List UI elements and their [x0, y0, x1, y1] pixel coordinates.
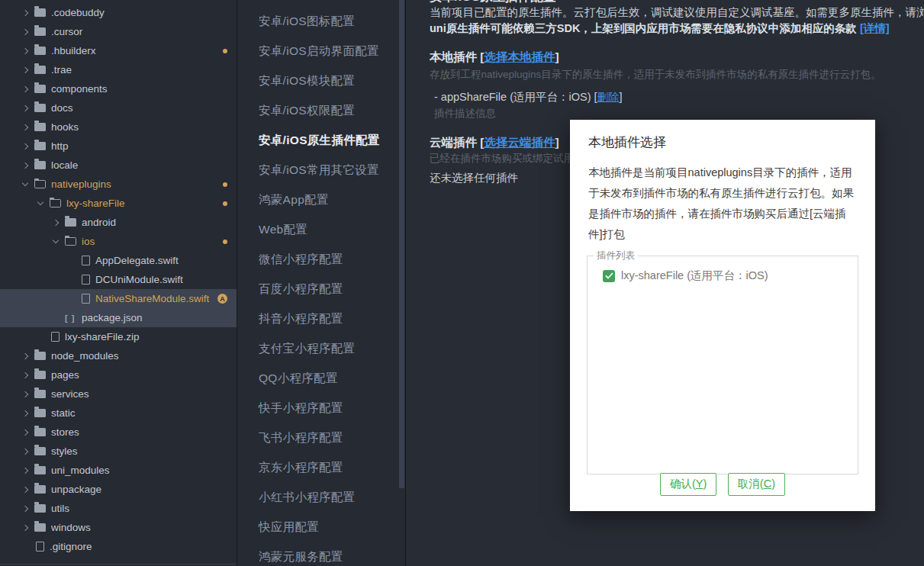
tree-row-lxy-sharefile[interactable]: lxy-shareFile [0, 194, 237, 213]
chevron-right-icon[interactable] [21, 487, 34, 492]
tree-row--cursor[interactable]: .cursor [0, 22, 237, 41]
menu-item[interactable]: 安卓/iOS图标配置 [237, 6, 405, 36]
menu-item[interactable]: 支付宝小程序配置 [237, 333, 405, 363]
menu-item[interactable]: 京东小程序配置 [237, 452, 405, 482]
chevron-right-icon[interactable] [21, 373, 34, 378]
tree-bottom-divider [0, 564, 237, 564]
menu-item[interactable]: 安卓/iOS启动界面配置 [237, 36, 405, 66]
tree-row-utils[interactable]: utils [0, 499, 237, 518]
select-cloud-plugin-link[interactable]: 选择云端插件 [484, 136, 555, 149]
menu-item[interactable]: QQ小程序配置 [237, 363, 405, 393]
plugin-checkbox-row[interactable]: lxy-shareFile (适用平台：iOS) [603, 269, 858, 283]
chevron-right-icon[interactable] [21, 468, 34, 473]
tree-row-appdelegate-swift[interactable]: AppDelegate.swift [0, 251, 237, 270]
tree-row--gitignore[interactable]: .gitignore [0, 537, 237, 556]
menu-item[interactable]: 安卓/iOS权限配置 [237, 95, 405, 125]
changed-dot-icon [223, 49, 227, 53]
tree-item-label: android [82, 217, 116, 228]
tree-item-label: package.json [82, 312, 143, 323]
json-file-icon: [ ] [65, 312, 76, 323]
chevron-right-icon[interactable] [21, 449, 34, 454]
chevron-right-icon[interactable] [21, 526, 34, 530]
tree-item-label: styles [51, 445, 78, 457]
manifest-section-menu: 安卓/iOS图标配置安卓/iOS启动界面配置安卓/iOS模块配置安卓/iOS权限… [237, 0, 406, 566]
file-icon [80, 275, 90, 285]
folder-icon [34, 390, 46, 398]
chevron-right-icon[interactable] [21, 49, 34, 53]
details-link[interactable]: [详情] [860, 22, 890, 34]
tree-row--trae[interactable]: .trae [0, 60, 237, 79]
chevron-right-icon[interactable] [21, 163, 34, 168]
chevron-right-icon[interactable] [21, 106, 34, 111]
menu-item[interactable]: Web配置 [237, 214, 405, 244]
tree-row--hbuilderx[interactable]: .hbuilderx [0, 41, 237, 60]
menu-item[interactable]: 百度小程序配置 [237, 274, 405, 304]
tree-row-lxy-sharefile-zip[interactable]: lxy-shareFile.zip [0, 327, 237, 346]
confirm-button[interactable]: 确认(Y) [660, 473, 716, 496]
tree-row-ios[interactable]: ios [0, 232, 237, 251]
tree-row-static[interactable]: static [0, 404, 237, 423]
chevron-right-icon[interactable] [21, 30, 34, 34]
menu-item[interactable]: 安卓/iOS常用其它设置 [237, 155, 405, 185]
tree-row-stores[interactable]: stores [0, 423, 237, 442]
chevron-down-icon[interactable] [52, 240, 65, 243]
chevron-down-icon[interactable] [21, 183, 34, 185]
menu-item-active[interactable]: 安卓/iOS原生插件配置 [237, 125, 405, 155]
chevron-right-icon[interactable] [21, 411, 34, 416]
tree-item-label: components [51, 83, 108, 95]
chevron-right-icon[interactable] [21, 354, 34, 359]
chevron-right-icon[interactable] [52, 220, 65, 225]
folder-icon [34, 504, 46, 513]
file-icon [50, 332, 60, 342]
tree-row-docs[interactable]: docs [0, 98, 237, 117]
tree-row-services[interactable]: services [0, 384, 237, 404]
tree-row-uni-modules[interactable]: uni_modules [0, 461, 237, 480]
menu-item[interactable]: 安卓/iOS模块配置 [237, 66, 405, 95]
tree-row-nativesharemodule-swift[interactable]: NativeShareModule.swiftA [0, 289, 237, 308]
tree-row--codebuddy[interactable]: .codebuddy [0, 3, 237, 22]
folder-icon [34, 161, 46, 169]
tree-row-package-json[interactable]: [ ]package.json [0, 308, 237, 327]
tree-row-locale[interactable]: locale [0, 156, 237, 175]
tree-row-components[interactable]: components [0, 79, 237, 98]
chevron-right-icon[interactable] [21, 68, 34, 72]
folder-icon [34, 85, 46, 93]
tree-row-http[interactable]: http [0, 137, 237, 156]
tree-row-android[interactable]: android [0, 213, 237, 232]
chevron-right-icon[interactable] [21, 392, 34, 397]
tree-row-node-modules[interactable]: node_modules [0, 346, 237, 365]
chevron-right-icon[interactable] [21, 125, 34, 130]
intro-line-2: uni原生插件可能依赖三方SDK，上架到国内应用市场需要在隐私协议中添加相应的条… [430, 21, 924, 37]
cancel-button[interactable]: 取消(C) [728, 473, 785, 496]
menu-item[interactable]: 快应用配置 [237, 512, 405, 542]
chevron-right-icon[interactable] [21, 507, 34, 511]
menu-item[interactable]: 小红书小程序配置 [237, 482, 405, 512]
menu-scrollbar-thumb[interactable] [399, 0, 404, 488]
tree-row-windows[interactable]: windows [0, 518, 237, 537]
tree-row-dcunimodule-swift[interactable]: DCUniModule.swift [0, 270, 237, 289]
delete-plugin-link[interactable]: 删除 [597, 91, 620, 103]
menu-item[interactable]: 飞书小程序配置 [237, 423, 405, 452]
chevron-right-icon[interactable] [21, 87, 34, 92]
chevron-right-icon[interactable] [21, 144, 34, 149]
checkbox-checked-icon[interactable] [603, 270, 615, 282]
tree-item-label: services [51, 388, 89, 400]
menu-item[interactable]: 微信小程序配置 [237, 244, 405, 274]
chevron-down-icon[interactable] [37, 202, 50, 204]
tree-row-nativeplugins[interactable]: nativeplugins [0, 175, 237, 194]
menu-item[interactable]: 鸿蒙元服务配置 [237, 542, 405, 566]
chevron-right-icon[interactable] [21, 430, 34, 435]
menu-item[interactable]: 抖音小程序配置 [237, 304, 405, 333]
menu-item[interactable]: 鸿蒙App配置 [237, 185, 405, 214]
tree-row-pages[interactable]: pages [0, 365, 237, 384]
select-local-plugin-link[interactable]: 选择本地插件 [484, 50, 555, 63]
folder-icon [34, 428, 46, 436]
tree-row-unpackage[interactable]: unpackage [0, 480, 237, 499]
tree-item-label: .codebuddy [51, 7, 105, 18]
chevron-right-icon[interactable] [21, 11, 34, 15]
dialog-title: 本地插件选择 [588, 133, 857, 151]
tree-row-hooks[interactable]: hooks [0, 117, 237, 137]
tree-row-styles[interactable]: styles [0, 442, 237, 461]
menu-item[interactable]: 快手小程序配置 [237, 393, 405, 423]
tree-item-label: DCUniModule.swift [95, 274, 183, 285]
